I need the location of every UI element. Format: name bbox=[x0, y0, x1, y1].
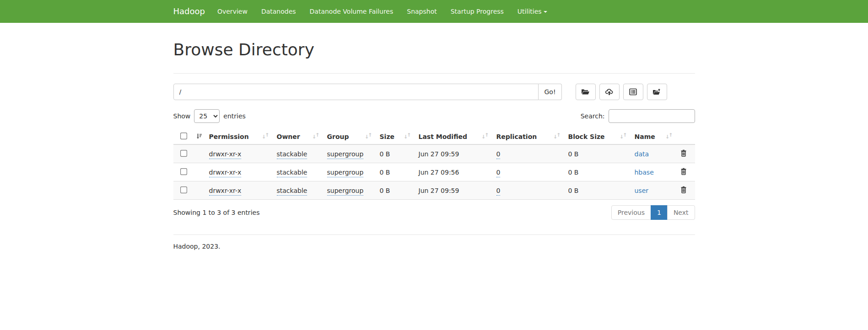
header-block-size-label: Block Size bbox=[568, 133, 605, 140]
pagination-page-1[interactable]: 1 bbox=[651, 205, 668, 220]
search-input[interactable] bbox=[609, 109, 695, 123]
header-group[interactable]: Group↓↑ bbox=[323, 129, 376, 144]
nav-item-startup-progress[interactable]: Startup Progress bbox=[444, 0, 511, 23]
title-divider bbox=[173, 73, 695, 74]
directory-action-buttons bbox=[576, 84, 667, 100]
replication-cell[interactable]: 0 bbox=[496, 150, 501, 159]
nav-item-overview[interactable]: Overview bbox=[210, 0, 254, 23]
header-last-modified[interactable]: Last Modified↓↑ bbox=[415, 129, 493, 144]
folder-move-icon bbox=[652, 88, 661, 96]
directory-table: Permission↓↑ Owner↓↑ Group↓↑ Size↓↑ Last… bbox=[173, 129, 695, 200]
header-replication-label: Replication bbox=[496, 133, 537, 140]
header-block-size[interactable]: Block Size↓↑ bbox=[565, 129, 631, 144]
nav-item-datanodes[interactable]: Datanodes bbox=[254, 0, 303, 23]
header-group-label: Group bbox=[327, 133, 349, 140]
header-owner-label: Owner bbox=[277, 133, 300, 140]
upload-files-button[interactable] bbox=[599, 84, 620, 100]
sort-both-icon: ↓↑ bbox=[481, 133, 488, 139]
pagination-next-label[interactable]: Next bbox=[667, 205, 695, 220]
create-directory-button[interactable] bbox=[576, 84, 596, 100]
cut-paste-button[interactable] bbox=[647, 84, 667, 100]
group-cell[interactable]: supergroup bbox=[327, 169, 364, 177]
permission-cell[interactable]: drwxr-xr-x bbox=[209, 187, 242, 196]
directory-link[interactable]: hbase bbox=[635, 169, 654, 176]
permission-cell[interactable]: drwxr-xr-x bbox=[209, 169, 242, 177]
path-bar: Go! bbox=[173, 84, 695, 100]
permission-cell[interactable]: drwxr-xr-x bbox=[209, 150, 242, 159]
select-all-checkbox[interactable] bbox=[180, 133, 187, 139]
block-size-cell: 0 B bbox=[565, 181, 631, 200]
last-modified-cell: Jun 27 09:56 bbox=[415, 163, 493, 181]
table-controls: Show 25 entries Search: bbox=[173, 109, 695, 123]
nav-item-snapshot[interactable]: Snapshot bbox=[400, 0, 443, 23]
nav-item-utilities-label: Utilities bbox=[518, 8, 542, 15]
file-operations-button[interactable] bbox=[623, 84, 643, 100]
owner-cell[interactable]: stackable bbox=[277, 187, 307, 196]
block-size-cell: 0 B bbox=[565, 163, 631, 181]
last-modified-cell: Jun 27 09:59 bbox=[415, 181, 493, 200]
navbar: Hadoop Overview Datanodes Datanode Volum… bbox=[0, 0, 868, 23]
table-row: drwxr-xr-x stackable supergroup 0 B Jun … bbox=[173, 144, 695, 163]
header-size-label: Size bbox=[380, 133, 395, 140]
delete-button[interactable] bbox=[680, 186, 687, 195]
search-label: Search: bbox=[581, 112, 605, 120]
group-cell[interactable]: supergroup bbox=[327, 150, 364, 159]
entries-info: Showing 1 to 3 of 3 entries bbox=[173, 209, 260, 216]
size-cell: 0 B bbox=[376, 163, 415, 181]
table-row: drwxr-xr-x stackable supergroup 0 B Jun … bbox=[173, 181, 695, 200]
trash-icon bbox=[680, 186, 687, 193]
pagination-page-1-label[interactable]: 1 bbox=[651, 205, 668, 220]
header-owner[interactable]: Owner↓↑ bbox=[273, 129, 323, 144]
header-last-modified-label: Last Modified bbox=[419, 133, 468, 140]
navbar-brand[interactable]: Hadoop bbox=[173, 0, 210, 23]
row-checkbox[interactable] bbox=[180, 168, 187, 175]
sort-both-icon: ↓↑ bbox=[312, 133, 318, 139]
sort-both-icon: ↓↑ bbox=[553, 133, 560, 139]
page-title: Browse Directory bbox=[173, 40, 695, 59]
search-control: Search: bbox=[581, 109, 695, 123]
table-row: drwxr-xr-x stackable supergroup 0 B Jun … bbox=[173, 163, 695, 181]
directory-link[interactable]: user bbox=[635, 187, 649, 194]
sort-both-icon: ↓↑ bbox=[665, 133, 672, 139]
go-button[interactable]: Go! bbox=[539, 84, 561, 100]
delete-button[interactable] bbox=[680, 149, 687, 158]
replication-cell[interactable]: 0 bbox=[496, 169, 501, 177]
nav-item-datanode-volume-failures[interactable]: Datanode Volume Failures bbox=[303, 0, 400, 23]
header-actions bbox=[677, 129, 695, 144]
site-footer-text: Hadoop, 2023. bbox=[173, 243, 695, 250]
cloud-upload-icon bbox=[605, 88, 614, 96]
pagination-previous[interactable]: Previous bbox=[611, 205, 651, 220]
pagination: Previous 1 Next bbox=[611, 205, 695, 220]
header-size[interactable]: Size↓↑ bbox=[376, 129, 415, 144]
nav-item-utilities[interactable]: Utilities bbox=[511, 0, 554, 23]
owner-cell[interactable]: stackable bbox=[277, 150, 307, 159]
footer-divider bbox=[173, 234, 695, 235]
replication-cell[interactable]: 0 bbox=[496, 187, 501, 196]
group-cell[interactable]: supergroup bbox=[327, 187, 364, 196]
header-permission-label: Permission bbox=[209, 133, 249, 140]
page-size-select[interactable]: 25 bbox=[194, 109, 220, 123]
table-header-row: Permission↓↑ Owner↓↑ Group↓↑ Size↓↑ Last… bbox=[173, 129, 695, 144]
header-permission[interactable]: Permission↓↑ bbox=[205, 129, 273, 144]
row-checkbox[interactable] bbox=[180, 186, 187, 193]
row-checkbox[interactable] bbox=[180, 150, 187, 157]
entries-label: entries bbox=[223, 112, 246, 120]
trash-icon bbox=[680, 149, 687, 157]
block-size-cell: 0 B bbox=[565, 144, 631, 163]
header-replication[interactable]: Replication↓↑ bbox=[493, 129, 565, 144]
directory-link[interactable]: data bbox=[635, 150, 649, 158]
delete-button[interactable] bbox=[680, 168, 687, 176]
sort-both-icon: ↓↑ bbox=[365, 133, 371, 139]
show-label: Show bbox=[173, 112, 191, 120]
folder-open-icon bbox=[581, 88, 590, 96]
size-cell: 0 B bbox=[376, 144, 415, 163]
size-cell: 0 B bbox=[376, 181, 415, 200]
directory-path-input[interactable] bbox=[173, 84, 539, 100]
caret-down-icon bbox=[544, 11, 547, 13]
header-name-label: Name bbox=[635, 133, 655, 140]
owner-cell[interactable]: stackable bbox=[277, 169, 307, 177]
pagination-previous-label[interactable]: Previous bbox=[611, 205, 651, 220]
select-all-header[interactable] bbox=[173, 129, 205, 144]
header-name[interactable]: Name↓↑ bbox=[631, 129, 677, 144]
pagination-next[interactable]: Next bbox=[668, 205, 695, 220]
